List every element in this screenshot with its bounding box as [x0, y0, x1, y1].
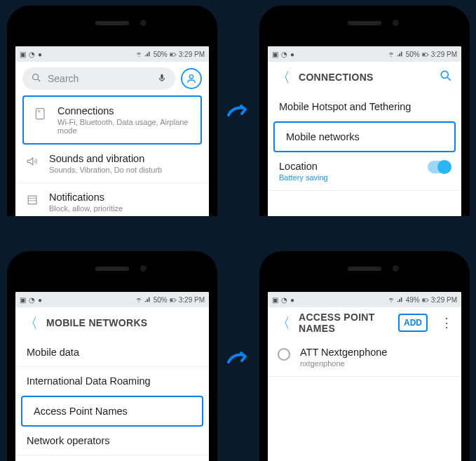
- clock-icon: ◔: [281, 296, 288, 303]
- image-icon: ▣: [20, 296, 27, 303]
- sound-icon: [25, 154, 39, 168]
- phone-camera: [140, 20, 147, 26]
- item-apn[interactable]: Access Point Names: [21, 396, 203, 427]
- flow-arrow-icon: [226, 345, 251, 370]
- mobile-networks-list: Mobile data International Data Roaming A…: [15, 338, 209, 461]
- item-title: Mobile data: [27, 347, 199, 358]
- wifi-icon: [135, 296, 142, 303]
- item-title: Location: [279, 161, 418, 172]
- svg-rect-2: [175, 54, 176, 55]
- search-placeholder: Search: [48, 73, 79, 84]
- connections-icon: [34, 107, 48, 121]
- search-icon: [31, 72, 42, 86]
- clock-icon: ◔: [281, 51, 288, 58]
- wifi-icon: [388, 51, 395, 58]
- status-bar: ▣◔● 50% 3:29 PM: [268, 46, 461, 62]
- header-bar: 〈 CONNECTIONS: [268, 62, 461, 93]
- svg-rect-13: [170, 300, 172, 302]
- item-title: Mobile Hotspot and Tethering: [279, 101, 451, 112]
- item-location[interactable]: Location Battery saving: [268, 152, 461, 191]
- phone-frame: ▣◔● 50% 3:29 PM 〈 CONNECTIONS Mobile Hot…: [259, 6, 470, 216]
- page-title: ACCESS POINT NAMES: [299, 312, 390, 334]
- item-subtitle: Battery saving: [279, 173, 418, 182]
- item-title: Access Point Names: [34, 406, 192, 417]
- back-button[interactable]: 〈: [276, 314, 290, 333]
- item-mobile-data[interactable]: Mobile data: [15, 338, 209, 367]
- item-mobile-networks[interactable]: Mobile networks: [273, 121, 456, 152]
- page-title: CONNECTIONS: [299, 72, 374, 83]
- search-icon[interactable]: [439, 69, 453, 86]
- notifications-icon: [25, 193, 39, 207]
- mic-icon[interactable]: [157, 73, 167, 85]
- back-button[interactable]: 〈: [24, 314, 38, 333]
- search-row: Search: [15, 62, 209, 95]
- dot-icon: ●: [38, 296, 45, 303]
- settings-item-notifications[interactable]: Notifications Block, allow, prioritize: [15, 183, 209, 216]
- svg-point-3: [33, 74, 39, 79]
- phone-camera: [393, 20, 399, 26]
- svg-point-11: [441, 71, 448, 78]
- svg-rect-17: [428, 300, 428, 300]
- battery-icon: [422, 51, 429, 58]
- item-title: Mobile networks: [286, 131, 444, 142]
- settings-item-connections[interactable]: Connections Wi-Fi, Bluetooth, Data usage…: [22, 95, 202, 145]
- search-field[interactable]: Search: [22, 67, 175, 90]
- back-button[interactable]: 〈: [276, 68, 290, 87]
- add-button[interactable]: ADD: [398, 314, 428, 332]
- image-icon: ▣: [272, 51, 279, 58]
- dot-icon: ●: [290, 51, 297, 58]
- svg-rect-7: [28, 196, 36, 204]
- phone-speaker: [348, 267, 381, 271]
- svg-rect-1: [170, 54, 172, 56]
- image-icon: ▣: [272, 296, 279, 303]
- clock-icon: ◔: [29, 296, 36, 303]
- status-bar: ▣◔● 50% 3:29 PM: [15, 292, 209, 307]
- phone-frame: ▣ ◔ ● 50% 3:29 PM: [7, 6, 217, 216]
- apn-item[interactable]: ATT Nextgenphone nxtgenphone: [268, 338, 461, 377]
- clock-text: 3:29 PM: [179, 296, 205, 304]
- item-title: Network operators: [27, 435, 199, 446]
- svg-point-5: [189, 75, 193, 79]
- settings-list: Connections Wi-Fi, Bluetooth, Data usage…: [15, 95, 209, 216]
- status-bar: ▣ ◔ ● 50% 3:29 PM: [15, 46, 209, 62]
- clock-text: 3:29 PM: [431, 51, 457, 58]
- radio-icon[interactable]: [278, 348, 290, 361]
- dot-icon: ●: [290, 296, 297, 303]
- svg-rect-10: [428, 54, 428, 55]
- phone-frame: ▣◔● 49% 3:29 PM 〈 ACCESS POINT NAMES ADD…: [259, 251, 470, 461]
- flow-arrow-icon: [226, 98, 251, 123]
- image-icon: ▣: [20, 51, 27, 58]
- item-subtitle: nxtgenphone: [300, 359, 451, 368]
- svg-rect-9: [422, 54, 425, 56]
- signal-icon: [397, 51, 404, 58]
- item-title: Sounds and vibration: [49, 153, 199, 164]
- clock-text: 3:29 PM: [179, 51, 205, 58]
- item-hotspot[interactable]: Mobile Hotspot and Tethering: [268, 93, 461, 121]
- phone-speaker: [348, 21, 381, 25]
- battery-text: 50%: [154, 296, 168, 304]
- item-title: Connections: [57, 105, 191, 116]
- battery-text: 50%: [154, 51, 168, 58]
- svg-rect-16: [422, 300, 425, 302]
- profile-button[interactable]: [181, 68, 202, 89]
- battery-icon: [170, 51, 177, 58]
- signal-icon: [144, 296, 151, 303]
- header-bar: 〈 MOBILE NETWORKS: [15, 307, 209, 338]
- location-toggle[interactable]: [428, 161, 451, 173]
- item-title: International Data Roaming: [27, 375, 199, 387]
- signal-icon: [144, 51, 151, 58]
- settings-item-sounds[interactable]: Sounds and vibration Sounds, Vibration, …: [15, 145, 209, 183]
- screen-apn: ▣◔● 49% 3:29 PM 〈 ACCESS POINT NAMES ADD…: [268, 292, 461, 461]
- battery-text: 50%: [406, 51, 420, 58]
- connections-list: Mobile Hotspot and Tethering Mobile netw…: [268, 93, 461, 216]
- wifi-icon: [135, 51, 142, 58]
- status-bar: ▣◔● 49% 3:29 PM: [268, 292, 461, 307]
- svg-rect-14: [175, 300, 176, 300]
- item-intl-roaming[interactable]: International Data Roaming: [15, 367, 209, 396]
- item-subtitle: Wi-Fi, Bluetooth, Data usage, Airplane m…: [57, 118, 191, 135]
- more-icon[interactable]: ⋮: [440, 316, 453, 329]
- item-network-operators[interactable]: Network operators: [15, 427, 209, 455]
- clock-text: 3:29 PM: [431, 296, 457, 304]
- battery-icon: [422, 296, 429, 303]
- clock-icon: ◔: [29, 51, 36, 58]
